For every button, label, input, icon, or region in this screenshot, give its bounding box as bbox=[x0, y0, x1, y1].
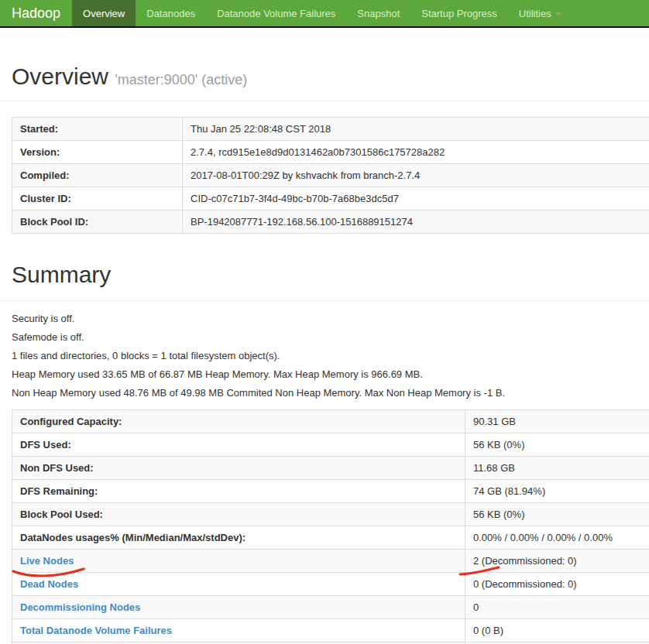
row-value: 0 (Decommissioned: 0) bbox=[465, 573, 649, 596]
row-label: DataNodes usages% (Min/Median/Max/stdDev… bbox=[12, 526, 465, 550]
divider bbox=[0, 300, 649, 301]
table-row: Configured Capacity: 90.31 GB bbox=[12, 410, 649, 433]
tab-datanodes[interactable]: Datanodes bbox=[136, 0, 206, 26]
row-value: CID-c07c71b7-3f4d-49bc-b70b-7a68be3dc5d7 bbox=[183, 187, 649, 211]
tab-startup-progress[interactable]: Startup Progress bbox=[410, 0, 508, 26]
table-row: DFS Remaining: 74 GB (81.94%) bbox=[12, 480, 649, 503]
row-label: Cluster ID: bbox=[12, 187, 183, 211]
row-value: 0.00% / 0.00% / 0.00% / 0.00% bbox=[465, 526, 649, 550]
table-row: Version: 2.7.4, rcd915e1e8d9d0131462a0b7… bbox=[12, 141, 649, 164]
table-row: Total Datanode Volume Failures 0 (0 B) bbox=[12, 619, 649, 642]
hadoop-brand[interactable]: Hadoop bbox=[0, 0, 72, 26]
table-row: Non DFS Used: 11.68 GB bbox=[12, 457, 649, 480]
row-value: 90.31 GB bbox=[465, 410, 649, 433]
summary-table: Configured Capacity: 90.31 GB DFS Used: … bbox=[12, 409, 649, 644]
table-row: DFS Used: 56 KB (0%) bbox=[12, 433, 649, 457]
decommissioning-nodes-link[interactable]: Decommissioning Nodes bbox=[20, 601, 140, 613]
row-label: Block Pool ID: bbox=[12, 211, 183, 234]
row-label: DFS Used: bbox=[12, 433, 465, 457]
row-label: Configured Capacity: bbox=[12, 410, 465, 433]
row-value: 2017-08-01T00:29Z by kshvachk from branc… bbox=[183, 164, 649, 187]
non-heap-memory-status: Non Heap Memory used 48.76 MB of 49.98 M… bbox=[12, 386, 637, 400]
tab-datanode-volume-failures[interactable]: Datanode Volume Failures bbox=[206, 0, 346, 26]
row-value: 56 KB (0%) bbox=[465, 503, 649, 526]
row-value: BP-1942087771-192.168.56.100-15168891512… bbox=[183, 211, 649, 234]
namenode-address-subtitle: 'master:9000' (active) bbox=[115, 72, 247, 87]
safemode-status: Safemode is off. bbox=[12, 331, 637, 344]
tab-overview[interactable]: Overview bbox=[72, 0, 136, 26]
tab-utilities-label: Utilities bbox=[519, 8, 551, 19]
row-label: Version: bbox=[12, 141, 183, 164]
row-label: Dead Nodes bbox=[12, 573, 465, 596]
hadoop-namenode-overview-page: { "navbar": { "brand": "Hadoop", "items"… bbox=[0, 0, 649, 644]
row-value: 2.7.4, rcd915e1e8d9d0131462a0b7301586c17… bbox=[183, 141, 649, 164]
table-row: Decommissioning Nodes 0 bbox=[12, 596, 649, 619]
row-value: 56 KB (0%) bbox=[465, 433, 649, 457]
divider bbox=[0, 101, 649, 101]
page-title: Overview 'master:9000' (active) bbox=[0, 63, 649, 93]
table-row: Block Pool Used: 56 KB (0%) bbox=[12, 503, 649, 526]
row-value: Thu Jan 25 22:08:48 CST 2018 bbox=[183, 118, 649, 141]
table-row: Cluster ID: CID-c07c71b7-3f4d-49bc-b70b-… bbox=[12, 187, 649, 211]
security-status: Security is off. bbox=[12, 312, 637, 326]
table-row: Started: Thu Jan 25 22:08:48 CST 2018 bbox=[12, 118, 649, 141]
row-value: 11.68 GB bbox=[465, 457, 649, 480]
table-row: Block Pool ID: BP-1942087771-192.168.56.… bbox=[12, 211, 649, 234]
row-label: Block Pool Used: bbox=[12, 503, 465, 526]
top-navbar: Hadoop Overview Datanodes Datanode Volum… bbox=[0, 0, 649, 28]
chevron-down-icon bbox=[555, 12, 561, 15]
row-value: 74 GB (81.94%) bbox=[465, 480, 649, 503]
summary-status-text: Security is off. Safemode is off. 1 file… bbox=[0, 312, 649, 400]
table-row: Compiled: 2017-08-01T00:29Z by kshvachk … bbox=[12, 164, 649, 187]
row-label: Started: bbox=[12, 118, 183, 141]
row-label: Live Nodes bbox=[12, 550, 465, 573]
row-value: 0 bbox=[465, 596, 649, 619]
row-value: 0 (0 B) bbox=[465, 619, 649, 642]
tab-utilities-dropdown[interactable]: Utilities bbox=[508, 0, 572, 26]
row-label: Decommissioning Nodes bbox=[12, 596, 465, 619]
heap-memory-status: Heap Memory used 33.65 MB of 66.87 MB He… bbox=[12, 368, 637, 382]
row-label: Non DFS Used: bbox=[12, 457, 465, 480]
live-nodes-link[interactable]: Live Nodes bbox=[20, 555, 74, 567]
table-row: DataNodes usages% (Min/Median/Max/stdDev… bbox=[12, 526, 649, 550]
row-label: Compiled: bbox=[12, 164, 183, 187]
row-value: 2 (Decommissioned: 0) bbox=[465, 550, 649, 573]
tab-snapshot[interactable]: Snapshot bbox=[346, 0, 410, 26]
total-datanode-volume-failures-link[interactable]: Total Datanode Volume Failures bbox=[20, 625, 172, 636]
summary-title: Summary bbox=[0, 262, 649, 287]
namenode-info-table: Started: Thu Jan 25 22:08:48 CST 2018 Ve… bbox=[12, 117, 649, 234]
table-row: Dead Nodes 0 (Decommissioned: 0) bbox=[12, 573, 649, 596]
dead-nodes-link[interactable]: Dead Nodes bbox=[20, 578, 78, 590]
filesystem-status: 1 files and directories, 0 blocks = 1 to… bbox=[12, 349, 637, 363]
table-row: Live Nodes 2 (Decommissioned: 0) bbox=[12, 550, 649, 573]
page-title-text: Overview bbox=[12, 63, 108, 89]
row-label: Total Datanode Volume Failures bbox=[12, 619, 465, 642]
row-label: DFS Remaining: bbox=[12, 480, 465, 503]
